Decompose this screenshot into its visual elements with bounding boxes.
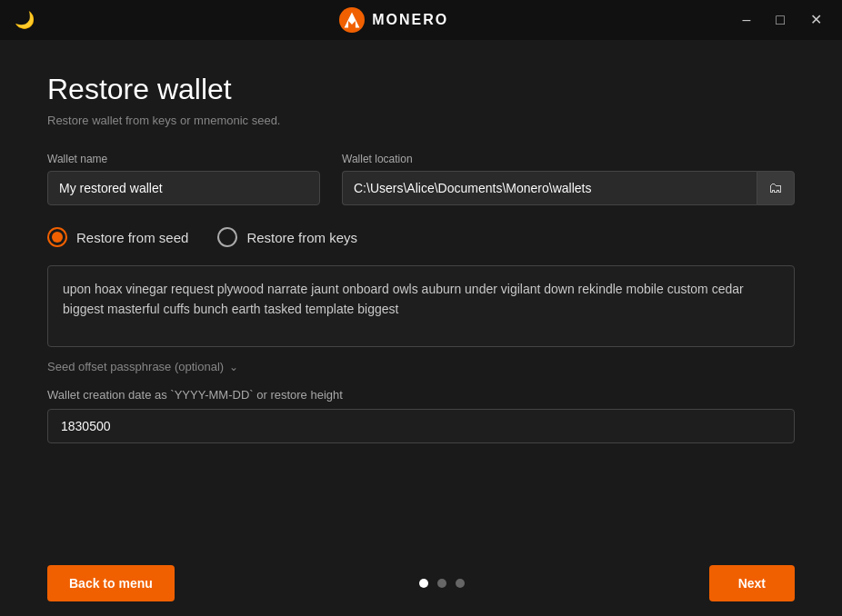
wallet-name-label: Wallet name (47, 153, 320, 165)
page-title: Restore wallet (47, 73, 795, 106)
pagination-dot-2 (437, 579, 446, 588)
pagination-dot-1 (419, 579, 428, 588)
folder-browse-button[interactable]: 🗂 (757, 171, 795, 205)
minimize-button[interactable]: – (737, 9, 756, 31)
wallet-form-row: Wallet name Wallet location 🗂 (47, 153, 795, 205)
titlebar-center: MONERO (339, 7, 448, 33)
main-content: Restore wallet Restore wallet from keys … (0, 40, 842, 551)
restore-keys-label: Restore from keys (246, 230, 357, 245)
pagination-dot-3 (456, 579, 465, 588)
restore-seed-radio-dot (52, 232, 63, 243)
seed-offset-toggle[interactable]: Seed offset passphrase (optional) ⌄ (47, 360, 795, 373)
restore-method-group: Restore from seed Restore from keys (47, 227, 795, 247)
wallet-location-input-row: 🗂 (342, 171, 795, 205)
wallet-location-input[interactable] (342, 171, 757, 205)
chevron-down-icon: ⌄ (229, 361, 238, 373)
maximize-button[interactable]: □ (770, 9, 790, 31)
wallet-location-group: Wallet location 🗂 (342, 153, 795, 205)
seed-textarea[interactable]: upon hoax vinegar request plywood narrat… (47, 265, 795, 347)
dark-mode-toggle[interactable]: 🌙 (15, 10, 51, 30)
titlebar: 🌙 MONERO – □ ✕ (0, 0, 842, 40)
folder-icon: 🗂 (768, 180, 783, 196)
moon-icon: 🌙 (15, 11, 35, 29)
height-label: Wallet creation date as `YYYY-MM-DD` or … (47, 388, 795, 402)
restore-from-keys-option[interactable]: Restore from keys (217, 227, 357, 247)
footer: Back to menu Next (0, 551, 842, 616)
wallet-location-label: Wallet location (342, 153, 795, 165)
back-to-menu-button[interactable]: Back to menu (47, 565, 175, 601)
height-input[interactable] (47, 409, 795, 443)
window-controls: – □ ✕ (737, 9, 827, 31)
page-subtitle: Restore wallet from keys or mnemonic see… (47, 114, 795, 127)
wallet-name-group: Wallet name (47, 153, 320, 205)
restore-seed-radio[interactable] (47, 227, 67, 247)
restore-seed-label: Restore from seed (76, 230, 188, 245)
next-button[interactable]: Next (709, 565, 795, 601)
app-title: MONERO (372, 12, 448, 28)
restore-from-seed-option[interactable]: Restore from seed (47, 227, 188, 247)
seed-offset-label: Seed offset passphrase (optional) (47, 360, 224, 373)
pagination (419, 579, 465, 588)
restore-keys-radio[interactable] (217, 227, 237, 247)
height-group: Wallet creation date as `YYYY-MM-DD` or … (47, 388, 795, 443)
wallet-name-input[interactable] (47, 171, 320, 205)
monero-logo (339, 7, 365, 33)
close-button[interactable]: ✕ (805, 9, 827, 31)
